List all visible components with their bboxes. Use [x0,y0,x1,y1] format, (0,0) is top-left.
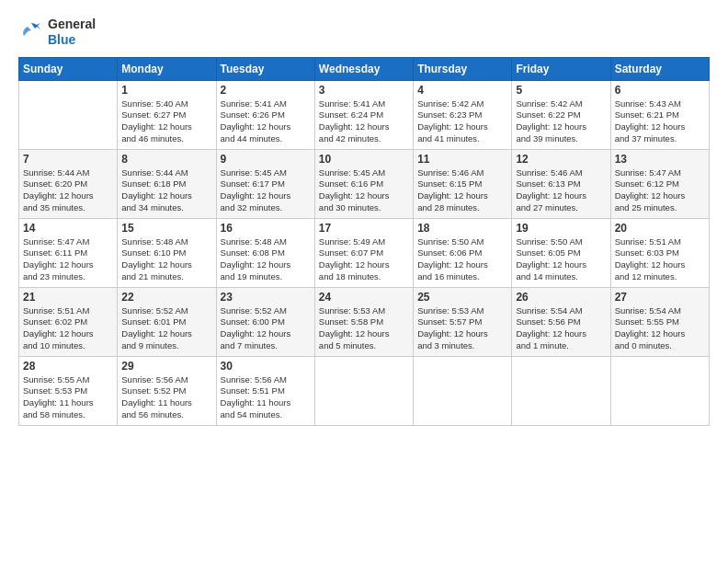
week-row-3: 14Sunrise: 5:47 AM Sunset: 6:11 PM Dayli… [19,218,710,287]
day-number: 5 [516,84,606,97]
day-number: 15 [121,222,211,235]
day-number: 10 [319,153,409,166]
day-cell: 4Sunrise: 5:42 AM Sunset: 6:23 PM Daylig… [414,80,512,149]
week-row-1: 1Sunrise: 5:40 AM Sunset: 6:27 PM Daylig… [19,80,710,149]
day-cell [512,356,610,425]
day-number: 24 [319,291,409,304]
day-info: Sunrise: 5:50 AM Sunset: 6:05 PM Dayligh… [516,236,606,283]
page: General Blue SundayMondayTuesdayWednesda… [0,0,728,563]
day-info: Sunrise: 5:51 AM Sunset: 6:02 PM Dayligh… [23,305,113,352]
weekday-header-row: SundayMondayTuesdayWednesdayThursdayFrid… [19,57,710,80]
day-number: 27 [615,291,705,304]
day-info: Sunrise: 5:45 AM Sunset: 6:17 PM Dayligh… [221,167,311,214]
day-number: 29 [121,360,211,373]
week-row-4: 21Sunrise: 5:51 AM Sunset: 6:02 PM Dayli… [19,287,710,356]
day-cell [414,356,512,425]
day-cell: 1Sunrise: 5:40 AM Sunset: 6:27 PM Daylig… [118,80,216,149]
logo-bird-icon [18,19,44,45]
day-cell: 8Sunrise: 5:44 AM Sunset: 6:18 PM Daylig… [118,149,216,218]
day-cell: 11Sunrise: 5:46 AM Sunset: 6:15 PM Dayli… [414,149,512,218]
day-cell: 13Sunrise: 5:47 AM Sunset: 6:12 PM Dayli… [610,149,709,218]
day-info: Sunrise: 5:56 AM Sunset: 5:51 PM Dayligh… [221,374,311,421]
day-cell: 2Sunrise: 5:41 AM Sunset: 6:26 PM Daylig… [216,80,314,149]
calendar-table: SundayMondayTuesdayWednesdayThursdayFrid… [18,57,710,426]
day-cell: 15Sunrise: 5:48 AM Sunset: 6:10 PM Dayli… [118,218,216,287]
day-info: Sunrise: 5:52 AM Sunset: 6:00 PM Dayligh… [221,305,311,352]
day-number: 23 [221,291,311,304]
weekday-header-wednesday: Wednesday [314,57,413,80]
day-info: Sunrise: 5:46 AM Sunset: 6:15 PM Dayligh… [417,167,507,214]
day-info: Sunrise: 5:56 AM Sunset: 5:52 PM Dayligh… [121,374,211,421]
day-number: 7 [23,153,113,166]
day-number: 28 [23,360,113,373]
day-number: 4 [417,84,507,97]
day-number: 16 [221,222,311,235]
day-cell: 9Sunrise: 5:45 AM Sunset: 6:17 PM Daylig… [216,149,314,218]
day-cell: 30Sunrise: 5:56 AM Sunset: 5:51 PM Dayli… [216,356,314,425]
day-cell: 16Sunrise: 5:48 AM Sunset: 6:08 PM Dayli… [216,218,314,287]
day-info: Sunrise: 5:42 AM Sunset: 6:22 PM Dayligh… [516,98,606,145]
day-info: Sunrise: 5:55 AM Sunset: 5:53 PM Dayligh… [23,374,113,421]
day-cell: 22Sunrise: 5:52 AM Sunset: 6:01 PM Dayli… [118,287,216,356]
day-info: Sunrise: 5:47 AM Sunset: 6:12 PM Dayligh… [615,167,705,214]
day-info: Sunrise: 5:41 AM Sunset: 6:24 PM Dayligh… [319,98,409,145]
day-number: 20 [615,222,705,235]
day-cell: 21Sunrise: 5:51 AM Sunset: 6:02 PM Dayli… [19,287,118,356]
day-number: 18 [417,222,507,235]
day-cell: 7Sunrise: 5:44 AM Sunset: 6:20 PM Daylig… [19,149,118,218]
day-cell: 28Sunrise: 5:55 AM Sunset: 5:53 PM Dayli… [19,356,118,425]
day-cell [19,80,118,149]
day-cell: 27Sunrise: 5:54 AM Sunset: 5:55 PM Dayli… [610,287,709,356]
weekday-header-sunday: Sunday [19,57,118,80]
logo-container: General Blue [18,17,96,48]
day-number: 2 [221,84,311,97]
weekday-header-friday: Friday [512,57,610,80]
day-info: Sunrise: 5:54 AM Sunset: 5:55 PM Dayligh… [615,305,705,352]
day-number: 9 [221,153,311,166]
day-cell: 5Sunrise: 5:42 AM Sunset: 6:22 PM Daylig… [512,80,610,149]
day-info: Sunrise: 5:41 AM Sunset: 6:26 PM Dayligh… [221,98,311,145]
day-cell: 20Sunrise: 5:51 AM Sunset: 6:03 PM Dayli… [610,218,709,287]
day-number: 12 [516,153,606,166]
day-info: Sunrise: 5:54 AM Sunset: 5:56 PM Dayligh… [516,305,606,352]
week-row-5: 28Sunrise: 5:55 AM Sunset: 5:53 PM Dayli… [19,356,710,425]
week-row-2: 7Sunrise: 5:44 AM Sunset: 6:20 PM Daylig… [19,149,710,218]
day-info: Sunrise: 5:44 AM Sunset: 6:18 PM Dayligh… [121,167,211,214]
day-cell: 25Sunrise: 5:53 AM Sunset: 5:57 PM Dayli… [414,287,512,356]
day-cell: 12Sunrise: 5:46 AM Sunset: 6:13 PM Dayli… [512,149,610,218]
day-cell: 26Sunrise: 5:54 AM Sunset: 5:56 PM Dayli… [512,287,610,356]
weekday-header-thursday: Thursday [414,57,512,80]
day-cell: 3Sunrise: 5:41 AM Sunset: 6:24 PM Daylig… [314,80,413,149]
day-number: 19 [516,222,606,235]
day-number: 13 [615,153,705,166]
day-cell: 14Sunrise: 5:47 AM Sunset: 6:11 PM Dayli… [19,218,118,287]
day-info: Sunrise: 5:50 AM Sunset: 6:06 PM Dayligh… [417,236,507,283]
day-info: Sunrise: 5:48 AM Sunset: 6:10 PM Dayligh… [121,236,211,283]
day-cell: 19Sunrise: 5:50 AM Sunset: 6:05 PM Dayli… [512,218,610,287]
day-cell: 18Sunrise: 5:50 AM Sunset: 6:06 PM Dayli… [414,218,512,287]
day-cell: 17Sunrise: 5:49 AM Sunset: 6:07 PM Dayli… [314,218,413,287]
day-cell: 10Sunrise: 5:45 AM Sunset: 6:16 PM Dayli… [314,149,413,218]
logo: General Blue [18,17,96,48]
day-number: 25 [417,291,507,304]
day-number: 17 [319,222,409,235]
day-info: Sunrise: 5:46 AM Sunset: 6:13 PM Dayligh… [516,167,606,214]
day-number: 6 [615,84,705,97]
weekday-header-saturday: Saturday [610,57,709,80]
day-number: 11 [417,153,507,166]
day-cell [610,356,709,425]
weekday-header-tuesday: Tuesday [216,57,314,80]
header: General Blue [18,17,710,48]
day-number: 14 [23,222,113,235]
day-number: 8 [121,153,211,166]
day-info: Sunrise: 5:53 AM Sunset: 5:57 PM Dayligh… [417,305,507,352]
day-number: 30 [221,360,311,373]
day-info: Sunrise: 5:42 AM Sunset: 6:23 PM Dayligh… [417,98,507,145]
day-info: Sunrise: 5:47 AM Sunset: 6:11 PM Dayligh… [23,236,113,283]
day-info: Sunrise: 5:40 AM Sunset: 6:27 PM Dayligh… [121,98,211,145]
day-number: 26 [516,291,606,304]
day-info: Sunrise: 5:44 AM Sunset: 6:20 PM Dayligh… [23,167,113,214]
day-cell: 6Sunrise: 5:43 AM Sunset: 6:21 PM Daylig… [610,80,709,149]
weekday-header-monday: Monday [118,57,216,80]
day-info: Sunrise: 5:45 AM Sunset: 6:16 PM Dayligh… [319,167,409,214]
